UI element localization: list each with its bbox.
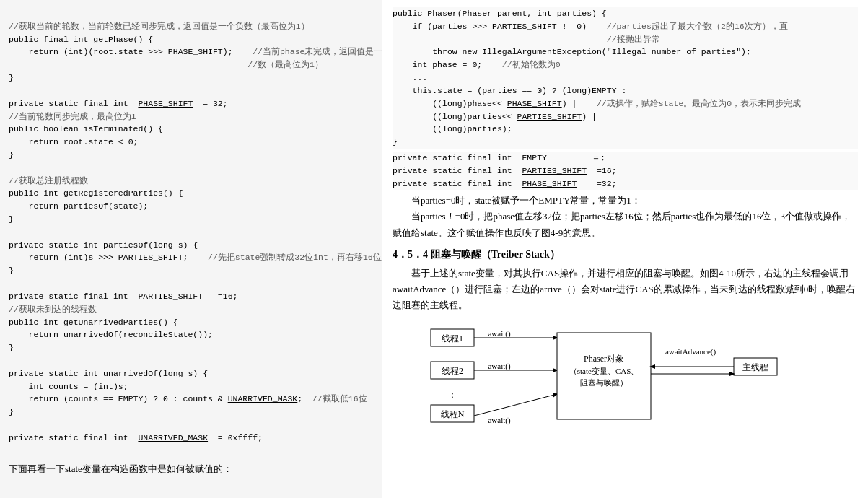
left-code-line-7: public boolean isTerminated() {: [9, 124, 163, 134]
left-code-line-blank1: [9, 86, 14, 95]
left-code-line-24: return (counts == EMPTY) ? 0 : counts & …: [9, 394, 367, 403]
left-code-line-1: public final int getPhase() {: [9, 35, 153, 44]
left-code-line-4: }: [9, 73, 14, 82]
left-code-line-21: }: [9, 343, 14, 352]
left-code-line-14: private static int partiesOf(long s) {: [9, 240, 198, 250]
svg-text:线程2: 线程2: [442, 366, 463, 376]
left-code-line-6: //当前轮数同步完成，最高位为1: [9, 112, 136, 121]
left-code-line-15: return (int)s >>> PARTIES_SHIFT; //先把sta…: [9, 253, 382, 262]
svg-text:await(): await(): [488, 416, 510, 425]
diagram-svg: 线程1 线程2 ： 线程N await() await() await(): [393, 322, 858, 445]
left-code-line-18: //获取未到达的线程数: [9, 305, 97, 314]
left-code-line-blank6: [9, 420, 14, 429]
para3: 基于上述的state变量，对其执行CAS操作，并进行相应的阻塞与唤醒。如图4-1…: [393, 266, 858, 313]
svg-text:线程N: 线程N: [440, 409, 464, 419]
left-code-line-13: }: [9, 214, 14, 224]
left-code-line-12: return partiesOf(state);: [9, 201, 148, 211]
svg-text:awaitAdvance(): awaitAdvance(): [665, 347, 716, 357]
left-code-line-22: private static int unarrivedOf(long s) {: [9, 369, 208, 378]
svg-text:Phaser对象: Phaser对象: [584, 354, 624, 364]
right-text-block: 当parties=0时，state被赋予一个EMPTY常量，常量为1： 当par…: [393, 193, 858, 240]
left-code-line-19: public int getUnarrivedParties() {: [9, 318, 178, 327]
para2: 当parties！=0时，把phase值左移32位；把parties左移16位；…: [393, 209, 858, 240]
para1: 当parties=0时，state被赋予一个EMPTY常量，常量为1：: [393, 193, 858, 209]
left-code-line-16: }: [9, 266, 14, 275]
section-title: 4．5．4 阻塞与唤醒（Treiber Stack）: [393, 248, 858, 261]
left-code-line-0: //获取当前的轮数，当前轮数已经同步完成，返回值是一个负数（最高位为1）: [9, 22, 310, 31]
right-panel: public Phaser(Phaser parent, int parties…: [382, 0, 868, 498]
left-code-line-8: return root.state < 0;: [9, 137, 138, 147]
left-code-line-blank4: [9, 279, 14, 288]
left-code-line-blank3: [9, 227, 14, 237]
left-code-line-blank5: [9, 356, 14, 365]
svg-text:await(): await(): [488, 329, 510, 338]
left-code-line-20: return unarrivedOf(reconcileState());: [9, 330, 213, 339]
left-code-line-9: }: [9, 150, 14, 160]
svg-rect-13: [557, 333, 651, 419]
left-panel: //获取当前的轮数，当前轮数已经同步完成，返回值是一个负数（最高位为1） pub…: [0, 0, 382, 498]
diagram-area: 线程1 线程2 ： 线程N await() await() await(): [393, 319, 858, 445]
para3-block: 基于上述的state变量，对其执行CAS操作，并进行相应的阻塞与唤醒。如图4-1…: [393, 266, 858, 313]
left-code-line-10: //获取总注册线程数: [9, 176, 88, 185]
svg-text:线程1: 线程1: [442, 333, 463, 344]
svg-text:主线程: 主线程: [742, 362, 768, 372]
left-footer-text: 下面再看一下state变量在构造函数中是如何被赋值的：: [9, 463, 373, 476]
svg-text:：: ：: [448, 390, 457, 400]
svg-text:阻塞与唤醒）: 阻塞与唤醒）: [580, 378, 628, 387]
right-static-block: private static final int EMPTY ＝; privat…: [393, 152, 858, 190]
svg-text:await(): await(): [488, 362, 510, 371]
left-code-line-17: private static final int PARTIES_SHIFT =…: [9, 292, 237, 301]
left-code-block: //获取当前的轮数，当前轮数已经同步完成，返回值是一个负数（最高位为1） pub…: [9, 7, 373, 457]
diagram-svg-element: 线程1 线程2 ： 线程N await() await() await(): [424, 322, 828, 445]
left-code-line-3: //数（最高位为1）: [9, 60, 323, 69]
left-code-line-2: return (int)(root.state >>> PHASE_SHIFT)…: [9, 47, 382, 56]
svg-text:（state变量、CAS、: （state变量、CAS、: [569, 367, 639, 375]
left-code-line-25: }: [9, 407, 14, 416]
left-code-line-23: int counts = (int)s;: [9, 382, 128, 391]
svg-line-12: [474, 394, 557, 416]
left-code-line-26: private static final int UNARRIVED_MASK …: [9, 433, 263, 442]
left-code-line-5: private static final int PHASE_SHIFT = 3…: [9, 99, 228, 108]
left-code-line-blank2: [9, 163, 14, 172]
right-code-block: public Phaser(Phaser parent, int parties…: [393, 7, 858, 149]
left-code-line-11: public int getRegisteredParties() {: [9, 188, 183, 198]
